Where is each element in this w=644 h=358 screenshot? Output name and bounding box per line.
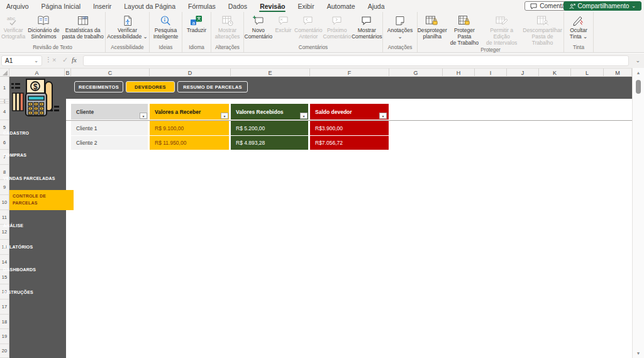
row-header-7[interactable]: 7 — [0, 150, 9, 165]
tab-formulas[interactable]: Fórmulas — [182, 0, 222, 12]
vertical-scrollbar[interactable]: ▲ ▼ — [632, 68, 644, 358]
show-changes-button[interactable]: Mostrar alterações — [214, 13, 242, 40]
row-header-17[interactable]: 17 — [0, 299, 9, 315]
allow-edit-ranges-button[interactable]: Permitir a Edição de Intervalos — [482, 13, 521, 47]
cancel-icon[interactable]: × — [52, 56, 56, 64]
enter-icon[interactable]: ✓ — [62, 56, 68, 64]
scroll-down-icon[interactable]: ▼ — [633, 351, 644, 355]
next-comment-button[interactable]: Próximo Comentário — [323, 13, 352, 40]
row-header-19[interactable]: 19 — [0, 329, 9, 344]
spelling-button[interactable]: abc Verificar Ortografia — [0, 13, 26, 40]
row-header-18[interactable]: 18 — [0, 315, 9, 329]
button-label: Descompartilhar Pasta de Trabalho — [523, 28, 562, 47]
table-header-valores-a-receber[interactable]: Valores a Receber — [150, 104, 229, 120]
sidebar-item-cadastro[interactable]: CADASTRO — [3, 131, 57, 135]
table-cell[interactable]: R$ 9.100,00 — [150, 121, 229, 135]
scrollbar-thumb[interactable] — [636, 80, 641, 94]
row-header-1[interactable]: 1 — [0, 77, 9, 99]
column-header-l[interactable]: L — [571, 69, 604, 77]
column-header-i[interactable]: I — [475, 69, 507, 77]
row-header-20[interactable]: 20 — [0, 344, 9, 358]
workbook-statistics-button[interactable]: 123 Estatísticas da pasta de trabalho — [60, 13, 104, 40]
column-header-e[interactable]: E — [231, 69, 310, 77]
notes-button[interactable]: Anotações ⌄ — [386, 13, 414, 40]
column-header-b[interactable]: B — [65, 69, 71, 77]
sidebar-item-compras[interactable]: COMPRAS — [3, 153, 57, 157]
button-label: Traduzir — [187, 28, 206, 34]
tab-inserir[interactable]: Inserir — [87, 0, 118, 12]
translate-button[interactable]: a Traduzir — [186, 13, 208, 34]
filter-dropdown-icon[interactable]: ▾ — [379, 113, 387, 119]
tab-arquivo[interactable]: Arquivo — [0, 0, 35, 12]
table-cell[interactable]: R$ 11.950,00 — [150, 136, 229, 150]
name-box[interactable]: A1 ⌄ — [1, 55, 42, 66]
insert-function-icon[interactable]: fx — [72, 56, 77, 64]
table-header-valores-recebidos[interactable]: Valores Recebidos — [231, 104, 308, 120]
previous-comment-button[interactable]: Comentário Anterior — [294, 13, 323, 40]
row-header-6[interactable]: 6 — [0, 135, 9, 150]
banner-tab-recebimentos[interactable]: RECEBIMENTOS — [74, 81, 123, 92]
row-header-15[interactable]: 15 — [0, 270, 9, 284]
banner-tab-resumo-de-parcelas[interactable]: RESUMO DE PARCELAS — [177, 81, 248, 92]
banner-tab-devedores[interactable]: DEVEDORES — [126, 81, 175, 92]
column-header-h[interactable]: H — [443, 69, 475, 77]
table-header-saldo-devedor[interactable]: Saldo devedor — [310, 104, 389, 120]
sidebar-item-analise[interactable]: ANÁLISE — [3, 223, 57, 228]
unprotect-sheet-button[interactable]: Desproteger planilha — [418, 13, 447, 40]
select-all-corner[interactable] — [0, 69, 9, 77]
show-comments-button[interactable]: Mostrar Comentários — [352, 13, 383, 40]
hide-ink-button[interactable]: Ocultar Tinta ⌄ — [568, 13, 589, 40]
sidebar-item-controle-de-parcelas[interactable]: CONTROLE DE PARCELAS — [9, 190, 74, 210]
svg-text:123: 123 — [82, 16, 87, 20]
formula-input[interactable] — [83, 55, 629, 66]
filter-dropdown-icon[interactable]: ▾ — [140, 113, 147, 119]
column-header-a[interactable]: A — [9, 69, 65, 77]
table-cell[interactable]: Cliente 2 — [71, 136, 148, 150]
expand-formula-bar-icon[interactable]: ⌄ — [635, 57, 640, 64]
row-header-4[interactable]: 4 — [0, 104, 9, 120]
column-header-c[interactable]: C — [71, 69, 150, 77]
tab-exibir[interactable]: Exibir — [291, 0, 320, 12]
tab-revisao[interactable]: Revisão — [253, 0, 291, 12]
formula-bar: A1 ⌄ ⋮ × ✓ fx ⌄ — [0, 53, 644, 68]
row-header-10[interactable]: 10 — [0, 195, 9, 210]
table-cell[interactable]: R$ 4.893,28 — [231, 136, 308, 150]
check-accessibility-button[interactable]: Verificar Acessibilidade ⌄ — [106, 13, 149, 40]
sidebar-item-instrucoes[interactable]: INSTRUÇÕES — [3, 290, 57, 294]
table-cell[interactable]: Cliente 1 — [71, 121, 148, 135]
ribbon-group-idioma: a Traduzir Idioma — [182, 12, 211, 52]
protect-workbook-button[interactable]: Proteger Pasta de Trabalho — [447, 13, 482, 47]
column-header-j[interactable]: J — [507, 69, 539, 77]
group-label-anotacoes: Anotações — [383, 44, 417, 52]
tab-automate[interactable]: Automate — [321, 0, 362, 12]
smart-lookup-button[interactable]: Pesquisa Inteligente — [152, 13, 180, 40]
scroll-up-icon[interactable]: ▲ — [633, 70, 644, 75]
sidebar-item-relatorios[interactable]: RELATÓRIOS — [3, 245, 57, 249]
tab-ajuda[interactable]: Ajuda — [362, 0, 391, 12]
table-cell[interactable]: R$3.900,00 — [310, 121, 389, 135]
row-header-11[interactable]: 11 — [0, 210, 9, 225]
column-header-d[interactable]: D — [150, 69, 231, 77]
column-header-k[interactable]: K — [539, 69, 571, 77]
group-label-acessibilidade: Acessibilidade — [106, 44, 149, 52]
delete-comment-button[interactable]: Excluir — [273, 13, 294, 34]
share-button[interactable]: Compartilhamento ⌄ — [564, 1, 641, 11]
column-header-g[interactable]: G — [389, 69, 443, 77]
thesaurus-button[interactable]: Dicionário de Sinônimos — [26, 13, 60, 40]
filter-dropdown-icon[interactable]: ▾ — [300, 113, 308, 119]
row-header-9[interactable]: 9 — [0, 180, 9, 195]
tab-dados[interactable]: Dados — [222, 0, 253, 12]
group-label-alteracoes: Alterações — [211, 44, 243, 52]
sidebar-item-vendas-parceladas[interactable]: VENDAS PARCELADAS — [3, 176, 57, 181]
table-cell[interactable]: R$7.056,72 — [310, 136, 389, 150]
tab-pagina-inicial[interactable]: Página Inicial — [35, 0, 87, 12]
table-cell[interactable]: R$ 5.200,00 — [231, 121, 308, 135]
sidebar-item-dashboards[interactable]: DASHBOARDS — [3, 267, 57, 272]
new-comment-button[interactable]: Novo Comentário — [244, 13, 273, 40]
tab-layout-da-pagina[interactable]: Layout da Página — [118, 0, 182, 12]
filter-dropdown-icon[interactable]: ▾ — [221, 113, 228, 119]
unshare-workbook-button[interactable]: Descompartilhar Pasta de Trabalho — [521, 13, 564, 47]
table-header-cliente[interactable]: Cliente — [71, 104, 148, 120]
column-header-m[interactable]: M — [604, 69, 632, 77]
column-header-f[interactable]: F — [310, 69, 389, 77]
